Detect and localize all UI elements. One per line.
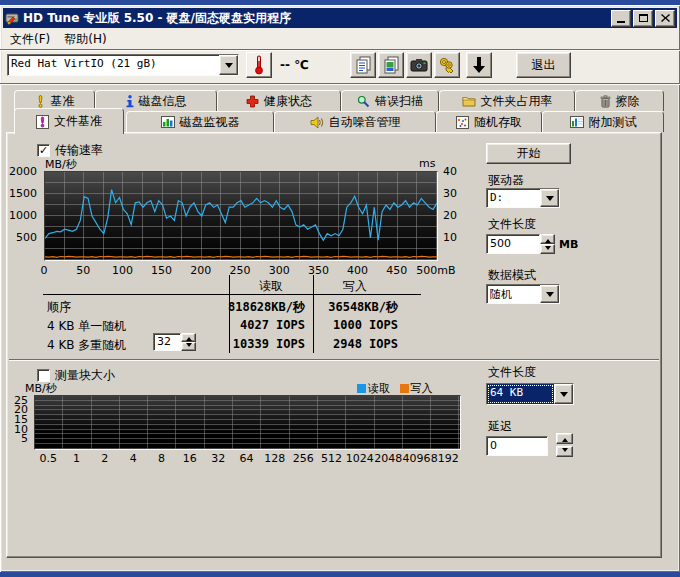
- menu-help[interactable]: 帮助(H): [57, 29, 113, 50]
- tab-file-benchmark-label: 文件基准: [54, 113, 102, 130]
- copy-report-button[interactable]: [350, 52, 376, 78]
- tick-label: 1500: [9, 187, 37, 200]
- tick-label: 128: [264, 452, 285, 465]
- block-file-length-label: 文件长度: [488, 364, 536, 381]
- close-button[interactable]: [655, 10, 675, 27]
- legend-read-swatch: [357, 384, 366, 393]
- delay-up[interactable]: [556, 433, 573, 444]
- title-bar[interactable]: HD Tune 专业版 5.50 - 硬盘/固态硬盘实用程序: [3, 8, 677, 28]
- row-4k-single-read: 4027 IOPS: [240, 318, 305, 332]
- drive-select-arrow[interactable]: [219, 55, 238, 75]
- tick-label: 150: [151, 264, 172, 277]
- data-pattern-arrow[interactable]: [540, 285, 559, 303]
- tab-health-status[interactable]: 健康状态: [217, 90, 341, 111]
- desktop: { "window": { "title": "HD Tune 专业版 5.50…: [0, 0, 680, 577]
- tab-aam-label: 自动噪音管理: [329, 114, 401, 131]
- drive-combo-arrow[interactable]: [540, 189, 559, 207]
- row-4k-single-write: 1000 IOPS: [333, 318, 398, 332]
- thermometer-icon: [253, 55, 265, 75]
- tab-aam[interactable]: 自动噪音管理: [274, 111, 436, 132]
- file-length-down[interactable]: [540, 244, 555, 254]
- block-size-plot: [34, 395, 461, 450]
- queue-depth-up[interactable]: [181, 333, 196, 342]
- delay-down[interactable]: [556, 446, 573, 457]
- file-length-label: 文件长度: [488, 216, 536, 233]
- start-button[interactable]: 开始: [486, 143, 571, 164]
- tick-label: 20: [443, 209, 457, 222]
- delay-input[interactable]: 0: [486, 436, 548, 456]
- tab-error-scan[interactable]: 错误扫描: [341, 90, 439, 111]
- drive-combo[interactable]: D:: [486, 188, 560, 208]
- block-size-combo-arrow[interactable]: [554, 384, 573, 404]
- tab-file-benchmark[interactable]: 文件基准: [14, 108, 124, 134]
- tab-extra-tests[interactable]: 附加测试: [542, 111, 664, 132]
- tick-label: 8: [158, 452, 165, 465]
- legend-read: 读取: [357, 382, 390, 395]
- block-size-combo[interactable]: 64 KB: [486, 383, 574, 405]
- tick-label: 512: [321, 452, 342, 465]
- drive-label: 驱动器: [488, 172, 524, 189]
- read-line: [45, 190, 437, 241]
- drive-select-combo[interactable]: Red Hat VirtIO (21 gB): [7, 54, 239, 76]
- save-results-button[interactable]: [466, 52, 492, 78]
- temperature-button[interactable]: [246, 52, 272, 78]
- tab-folder-usage[interactable]: 文件夹占用率: [439, 90, 575, 111]
- health-status-icon: [246, 95, 259, 108]
- screenshot-button[interactable]: [406, 52, 432, 78]
- file-length-value[interactable]: 500: [486, 234, 540, 254]
- row-4k-multi-read: 10339 IOPS: [233, 337, 305, 351]
- legend-write: 写入: [400, 382, 433, 395]
- file-length-unit: MB: [559, 238, 578, 251]
- tab-erase[interactable]: 擦除: [575, 90, 664, 111]
- row-4k-single-label: 4 KB 单一随机: [47, 318, 126, 335]
- data-pattern-combo[interactable]: 随机: [486, 284, 560, 304]
- file-length-up[interactable]: [540, 234, 555, 244]
- menu-separator: [0, 49, 680, 51]
- row-sequential-read: 818628KB/秒: [228, 299, 305, 316]
- copy-image-icon: [383, 56, 400, 74]
- tick-label: 250: [230, 264, 251, 277]
- tick-label: 4: [130, 452, 137, 465]
- tick-label: 1: [73, 452, 80, 465]
- disk-monitor-icon: [161, 116, 175, 128]
- row-4k-multi-write: 2948 IOPS: [333, 337, 398, 351]
- queue-depth-value[interactable]: 32: [153, 333, 181, 351]
- chart2-xticks: 0.512481632641282565121024204840968192: [34, 452, 459, 465]
- minimize-button[interactable]: [611, 10, 631, 27]
- tick-label: 200: [190, 264, 211, 277]
- chart2-axis-title: MB/秒: [25, 381, 57, 396]
- copy-image-button[interactable]: [378, 52, 404, 78]
- extra-tests-icon: [570, 116, 584, 128]
- tab-disk-monitor[interactable]: 磁盘监视器: [126, 111, 274, 132]
- queue-depth-down[interactable]: [181, 342, 196, 351]
- tick-label: 1024: [346, 452, 374, 465]
- tick-label: 30: [443, 187, 457, 200]
- data-pattern-value: 随机: [487, 285, 540, 303]
- download-arrow-icon: [472, 56, 486, 74]
- maximize-button[interactable]: [633, 10, 653, 27]
- tab-client-area: 基准 磁盘信息 健康状态 错误扫描 文件夹占用率 擦除: [2, 85, 678, 570]
- tab-health-status-label: 健康状态: [264, 93, 312, 110]
- app-icon: [5, 11, 19, 25]
- tick-label: 300: [269, 264, 290, 277]
- tick-label: 8192: [431, 452, 459, 465]
- delay-spinner[interactable]: [556, 433, 573, 457]
- tick-label: 10: [443, 231, 457, 244]
- tick-label: 1000: [9, 209, 37, 222]
- transfer-rate-checkbox[interactable]: ✓: [37, 144, 50, 157]
- tick-label: 0.5: [39, 452, 57, 465]
- queue-depth-spinner[interactable]: 32: [153, 333, 196, 351]
- keys-icon: [438, 56, 456, 74]
- tab-error-scan-label: 错误扫描: [375, 93, 423, 110]
- chart1-yticks-right: 40302010: [440, 171, 470, 259]
- block-size-combo-value: 64 KB: [487, 384, 554, 404]
- tick-label: 5: [21, 432, 28, 445]
- menu-file[interactable]: 文件(F): [3, 29, 57, 50]
- drive-combo-value: D:: [487, 189, 540, 207]
- registration-button[interactable]: [434, 52, 460, 78]
- chart1-left-axis-title: MB/秒: [45, 157, 77, 172]
- file-length-spinner[interactable]: 500 MB: [486, 234, 578, 254]
- tab-random-access[interactable]: 随机存取: [436, 111, 542, 132]
- exit-button[interactable]: 退出: [516, 52, 571, 78]
- tick-label: 2048: [374, 452, 402, 465]
